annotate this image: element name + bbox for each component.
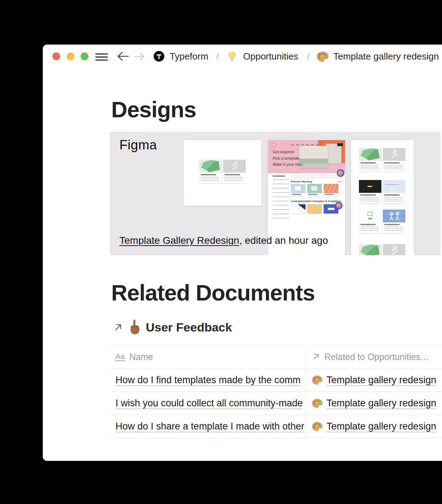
paper-template-image bbox=[383, 180, 405, 193]
menu-icon[interactable] bbox=[95, 53, 108, 62]
gallery-card bbox=[307, 204, 322, 214]
green-shape bbox=[361, 148, 380, 160]
feedback-doc-link[interactable]: I wish you could collect all community-m… bbox=[115, 398, 303, 409]
typeform-logo-icon[interactable] bbox=[154, 51, 164, 63]
related-cell[interactable]: Template gallery redesign bbox=[306, 415, 442, 438]
figma-preview-page-1[interactable] bbox=[184, 140, 261, 206]
green-pill bbox=[368, 218, 372, 220]
feedback-doc-link[interactable]: How do I share a template I made with ot… bbox=[115, 421, 304, 432]
template-card bbox=[199, 160, 222, 183]
gallery-card bbox=[324, 184, 338, 200]
calendar-template-image bbox=[359, 210, 381, 222]
template-card-pair bbox=[359, 148, 405, 171]
highlight-pill bbox=[368, 186, 372, 187]
table-header-row: Aa Name Related to Opportunities… bbox=[110, 345, 442, 369]
green-shape bbox=[361, 245, 380, 255]
related-cell[interactable]: Template gallery redesign bbox=[306, 369, 442, 391]
hero-line: Get inspired. bbox=[273, 149, 303, 155]
breadcrumb-parent-page[interactable]: Opportunities bbox=[243, 52, 298, 61]
template-card bbox=[359, 180, 381, 204]
dark-template-image bbox=[359, 180, 381, 193]
back-icon[interactable] bbox=[116, 51, 130, 63]
placeholder-text bbox=[359, 161, 381, 171]
palette-icon bbox=[312, 375, 323, 385]
minimize-button[interactable] bbox=[67, 52, 74, 60]
name-cell[interactable]: How do I find templates made by the comm bbox=[110, 369, 306, 391]
green-template-image bbox=[199, 160, 222, 173]
template-card bbox=[223, 160, 246, 183]
forward-icon[interactable] bbox=[134, 52, 145, 62]
mini-sidebar-items bbox=[273, 179, 289, 221]
calendar-icon bbox=[368, 212, 372, 216]
template-card bbox=[359, 148, 381, 171]
table-row: How do I find templates made by the comm… bbox=[110, 369, 442, 392]
titlebar: Typeform / Opportunities / Template gall… bbox=[43, 45, 442, 70]
feedback-doc-link[interactable]: How do I find templates made by the comm bbox=[115, 375, 300, 386]
gallery-hero: Get inspired. Pick a template. Make it y… bbox=[268, 140, 345, 173]
user-feedback-link[interactable]: User Feedback bbox=[113, 319, 232, 335]
close-button[interactable] bbox=[52, 52, 60, 60]
mini-nav-links bbox=[291, 144, 322, 145]
card-image bbox=[307, 184, 322, 193]
app-window: Typeform / Opportunities / Template gall… bbox=[43, 45, 442, 461]
gallery-card-row bbox=[291, 204, 338, 214]
green-shape bbox=[201, 160, 220, 172]
paper-line bbox=[385, 184, 399, 185]
table-row: I wish you could collect all community-m… bbox=[110, 392, 442, 415]
user-feedback-label: User Feedback bbox=[146, 320, 232, 334]
placeholder-text bbox=[383, 161, 405, 171]
placeholder-text bbox=[223, 173, 246, 183]
related-page-link[interactable]: Template gallery redesign bbox=[327, 375, 436, 386]
template-card bbox=[383, 210, 405, 233]
index-pointing-up-icon bbox=[128, 319, 140, 335]
breadcrumb-current-page[interactable]: Template gallery redesign bbox=[333, 52, 439, 61]
breadcrumb-separator: / bbox=[216, 52, 219, 61]
card-image bbox=[291, 184, 305, 193]
template-card-pair bbox=[359, 180, 405, 204]
running-person-icon bbox=[389, 245, 400, 255]
runner-template-image bbox=[383, 148, 405, 161]
template-card bbox=[383, 244, 405, 255]
runner-template-image bbox=[383, 244, 405, 255]
name-cell[interactable]: How do I share a template I made with ot… bbox=[110, 415, 306, 438]
maximize-button[interactable] bbox=[81, 52, 88, 60]
typeform-mini-logo bbox=[272, 143, 276, 148]
figma-preview-page-3[interactable] bbox=[351, 140, 414, 255]
hero-line: Make it your own. bbox=[273, 161, 303, 168]
user-feedback-table: Aa Name Related to Opportunities… How do… bbox=[110, 345, 442, 438]
mini-sidebar-title bbox=[273, 175, 285, 177]
palette-icon bbox=[317, 51, 329, 63]
column-header-name[interactable]: Aa Name bbox=[110, 345, 306, 368]
name-cell[interactable]: I wish you could collect all community-m… bbox=[110, 392, 306, 415]
placeholder-text bbox=[291, 193, 305, 200]
hero-line: Pick a template. bbox=[273, 155, 303, 162]
column-header-related[interactable]: Related to Opportunities… bbox=[306, 345, 442, 368]
arrow-up-right-icon bbox=[312, 353, 320, 361]
palette-icon bbox=[312, 422, 323, 431]
related-page-link[interactable]: Template gallery redesign bbox=[327, 398, 436, 409]
placeholder-text bbox=[383, 193, 405, 204]
mini-signin-button bbox=[337, 143, 343, 146]
hero-copy: Get inspired. Pick a template. Make it y… bbox=[273, 149, 303, 168]
placeholder-text bbox=[199, 173, 222, 183]
gallery-card-row bbox=[291, 184, 338, 200]
palette-icon bbox=[312, 398, 323, 408]
breadcrumb-workspace[interactable]: Typeform bbox=[170, 52, 208, 61]
placeholder-text bbox=[324, 193, 338, 200]
figma-provider-label: Figma bbox=[119, 138, 157, 153]
related-page-link[interactable]: Template gallery redesign bbox=[327, 421, 436, 432]
placeholder-text bbox=[359, 222, 381, 233]
column-header-label: Name bbox=[129, 352, 153, 362]
template-card bbox=[383, 148, 405, 171]
embed-caption-link[interactable]: Template Gallery Redesign bbox=[119, 235, 239, 246]
collaborator-cursor-avatar bbox=[335, 202, 343, 209]
related-cell[interactable]: Template gallery redesign bbox=[306, 392, 442, 415]
template-card bbox=[359, 244, 381, 255]
gallery-section-title: Lead generation examples & templates bbox=[291, 200, 340, 203]
mini-search-bar bbox=[291, 175, 341, 178]
template-card-pair bbox=[199, 160, 246, 183]
placeholder-text bbox=[383, 222, 405, 233]
template-card bbox=[359, 210, 381, 233]
template-card-pair bbox=[359, 244, 405, 255]
hero-photo bbox=[299, 146, 328, 168]
